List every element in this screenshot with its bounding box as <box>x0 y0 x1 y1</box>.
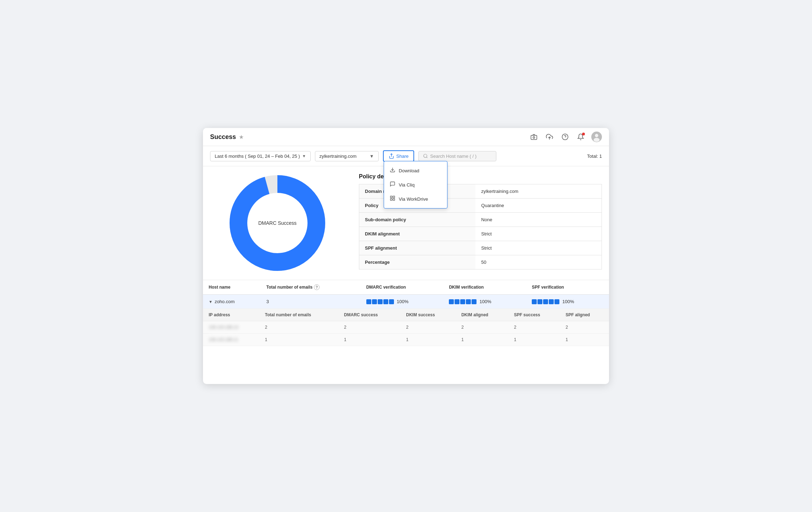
policy-key: Percentage <box>359 255 476 269</box>
expand-icon[interactable]: ▼ <box>209 300 213 304</box>
policy-key: SPF alignment <box>359 241 476 255</box>
policy-value: Strict <box>475 241 602 255</box>
sub-col-1: Total number of emails <box>259 309 338 321</box>
main-col-3: DKIM verification <box>443 280 526 295</box>
avatar[interactable] <box>591 132 602 142</box>
progress-pct: 100% <box>397 299 408 304</box>
sub-dkim: 1 <box>400 334 456 346</box>
progress-segment <box>378 299 383 304</box>
notification-icon[interactable] <box>576 132 586 142</box>
star-icon[interactable]: ★ <box>239 134 244 140</box>
progress-segment <box>554 299 559 304</box>
sub-table: IP addressTotal number of emailsDMARC su… <box>203 309 609 346</box>
sub-dkim-aligned: 1 <box>456 334 508 346</box>
data-table-section: Host nameTotal number of emails ?DMARC v… <box>203 280 609 346</box>
policy-row: Sub-domain policy None <box>359 213 602 227</box>
progress-segment <box>389 299 394 304</box>
dmarc-verification: 100% <box>361 295 444 309</box>
camera-icon[interactable] <box>529 132 539 142</box>
search-box[interactable]: Search Host name ( / ) <box>418 151 496 161</box>
policy-key: Sub-domain policy <box>359 213 476 227</box>
share-label: Share <box>396 154 409 159</box>
via-cliq-option[interactable]: Via Cliq <box>384 178 447 192</box>
sub-table-row: 136.143.188.13 2 2 2 2 2 2 <box>203 321 609 334</box>
help-circle-icon[interactable]: ? <box>314 284 320 290</box>
policy-row: SPF alignment Strict <box>359 241 602 255</box>
donut-label: DMARC Success <box>258 220 297 226</box>
sub-total: 1 <box>259 334 338 346</box>
main-col-0: Host name <box>203 280 261 295</box>
cliq-icon <box>390 181 395 188</box>
main-col-2: DMARC verification <box>361 280 444 295</box>
cloud-upload-icon[interactable] <box>545 132 554 142</box>
progress-bar-container: 100% <box>366 299 438 304</box>
sub-total: 2 <box>259 321 338 334</box>
share-icon <box>389 153 394 159</box>
progress-segment <box>472 299 477 304</box>
host-name: ▼zoho.com <box>203 295 261 309</box>
progress-segment <box>449 299 454 304</box>
app-window: Success ★ <box>203 128 609 384</box>
ip-blurred: 136.143.188.11 <box>209 337 238 342</box>
host-row: ▼zoho.com 3 100% 100% 100% <box>203 295 609 309</box>
progress-pct: 100% <box>562 299 574 304</box>
total-count: Total: 1 <box>587 154 602 159</box>
sub-dmarc: 2 <box>338 321 400 334</box>
sub-col-2: DMARC success <box>338 309 400 321</box>
svg-line-15 <box>427 157 428 158</box>
chart-section: DMARC Success <box>203 166 352 280</box>
share-button[interactable]: Share Download <box>383 150 415 162</box>
via-workdrive-option[interactable]: Via WorkDrive <box>384 192 447 206</box>
policy-row: Percentage 50 <box>359 255 602 269</box>
sub-spf-aligned: 1 <box>560 334 609 346</box>
download-label: Download <box>399 168 419 173</box>
progress-segment <box>372 299 377 304</box>
svg-rect-13 <box>390 199 392 200</box>
progress-segment <box>532 299 537 304</box>
progress-bar-container: 100% <box>449 299 520 304</box>
progress-segment <box>543 299 548 304</box>
chevron-down-icon: ▼ <box>302 154 306 158</box>
ip-blurred: 136.143.188.13 <box>209 325 238 330</box>
title-bar: Success ★ <box>203 128 609 146</box>
svg-rect-10 <box>390 196 392 198</box>
via-workdrive-label: Via WorkDrive <box>399 196 428 202</box>
policy-key: DKIM alignment <box>359 227 476 241</box>
date-range-label: Last 6 months ( Sep 01, 24 – Feb 04, 25 … <box>215 154 300 159</box>
progress-segment <box>549 299 554 304</box>
progress-segment <box>537 299 542 304</box>
sub-col-6: SPF aligned <box>560 309 609 321</box>
progress-bar <box>366 299 394 304</box>
main-col-1: Total number of emails ? <box>261 280 361 295</box>
dkim-verification: 100% <box>443 295 526 309</box>
progress-segment <box>455 299 459 304</box>
progress-segment <box>366 299 371 304</box>
policy-value: zylkertraining.com <box>475 184 602 199</box>
date-range-picker[interactable]: Last 6 months ( Sep 01, 24 – Feb 04, 25 … <box>210 151 311 161</box>
domain-selector[interactable]: zylkertraining.com ▼ <box>315 151 379 161</box>
share-dropdown: Download Via Cliq <box>384 161 447 208</box>
progress-segment <box>383 299 388 304</box>
sub-col-4: DKIM aligned <box>456 309 508 321</box>
policy-value: Strict <box>475 227 602 241</box>
progress-segment <box>466 299 471 304</box>
ip-address: 136.143.188.13 <box>203 321 259 334</box>
sub-dkim: 2 <box>400 321 456 334</box>
help-icon[interactable] <box>560 132 570 142</box>
title-right <box>529 132 602 142</box>
policy-value: None <box>475 213 602 227</box>
spf-verification: 100% <box>526 295 609 309</box>
download-option[interactable]: Download <box>384 163 447 178</box>
svg-rect-11 <box>393 196 395 198</box>
main-col-4: SPF verification <box>526 280 609 295</box>
page-title: Success <box>210 133 236 141</box>
svg-point-14 <box>424 154 427 157</box>
sub-col-5: SPF success <box>508 309 560 321</box>
svg-point-3 <box>562 134 568 140</box>
progress-bar-container: 100% <box>532 299 603 304</box>
search-placeholder: Search Host name ( / ) <box>430 154 477 159</box>
download-icon <box>390 167 395 174</box>
progress-pct: 100% <box>479 299 491 304</box>
progress-segment <box>460 299 465 304</box>
svg-point-7 <box>594 138 600 142</box>
